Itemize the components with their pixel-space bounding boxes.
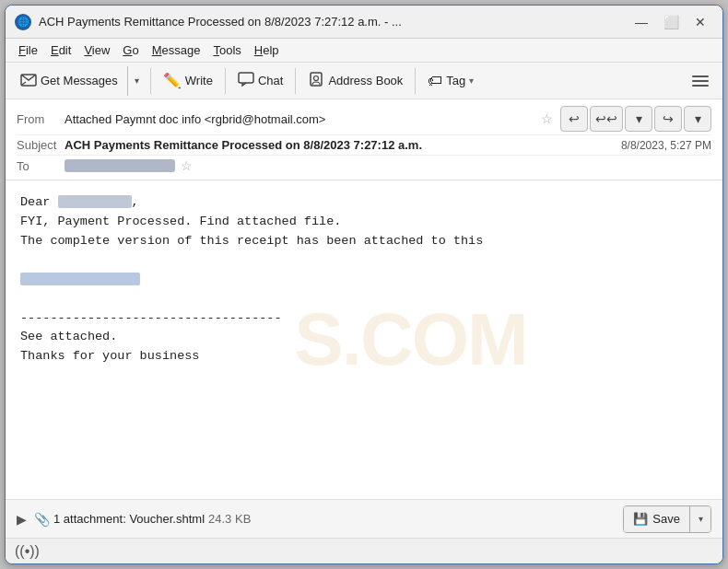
chat-label: Chat (258, 74, 283, 87)
from-value: Attached Paymnt doc info <rgbrid@hotmail… (65, 112, 535, 126)
save-button-group: 💾 Save ▾ (623, 505, 711, 533)
email-body: S.COM Dear , FYI, Payment Processed. Fin… (6, 180, 722, 499)
ham-line-1 (692, 75, 709, 77)
divider-3 (295, 68, 296, 94)
from-star-icon[interactable]: ☆ (541, 111, 553, 126)
divider-2 (225, 68, 226, 94)
write-icon: ✏️ (163, 72, 182, 89)
tag-dropdown-icon: ▾ (469, 75, 474, 86)
paperclip-icon: 📎 (34, 512, 50, 527)
dropdown-nav-button[interactable]: ▾ (625, 106, 652, 132)
subject-value: ACH Payments Remittance Processed on 8/8… (65, 138, 614, 152)
tag-label: Tag (446, 74, 465, 87)
menu-message[interactable]: Message (147, 41, 206, 59)
email-header: From Attached Paymnt doc info <rgbrid@ho… (6, 99, 722, 180)
address-book-icon (308, 72, 324, 90)
address-book-button[interactable]: Address Book (300, 66, 410, 96)
body-line5: Thanks for your business (20, 347, 708, 366)
from-label: From (17, 112, 65, 126)
email-date: 8/8/2023, 5:27 PM (621, 139, 711, 152)
attachment-text: 1 attachment: Voucher.shtml (53, 512, 205, 526)
close-button[interactable]: ✕ (687, 12, 713, 32)
divider-4 (415, 68, 416, 94)
body-line4: See attached. (20, 328, 708, 347)
from-row: From Attached Paymnt doc info <rgbrid@ho… (17, 103, 711, 135)
more-nav-button[interactable]: ▾ (684, 106, 711, 132)
app-icon: 🌐 (15, 14, 31, 30)
attachment-size: 24.3 KB (208, 512, 251, 526)
get-messages-dropdown[interactable]: ▾ (127, 66, 146, 96)
to-value-blurred (65, 159, 175, 172)
ham-line-2 (692, 80, 709, 82)
reply-button[interactable]: ↩ (560, 106, 588, 132)
toolbar: Get Messages ▾ ✏️ Write Chat (6, 63, 722, 99)
ham-line-3 (692, 85, 709, 87)
get-messages-label: Get Messages (41, 74, 118, 87)
chat-icon (238, 72, 254, 90)
save-icon: 💾 (633, 512, 648, 526)
recipient-name-blurred (58, 195, 132, 208)
forward-button[interactable]: ↪ (654, 106, 682, 132)
menu-edit[interactable]: Edit (45, 41, 76, 59)
status-icon: ((•)) (15, 543, 40, 560)
to-label: To (17, 159, 65, 173)
menu-go[interactable]: Go (117, 41, 144, 59)
body-blurred-block (20, 271, 708, 290)
address-book-label: Address Book (328, 74, 403, 87)
hamburger-menu-button[interactable] (686, 66, 715, 96)
attachment-expand-icon[interactable]: ▶ (17, 512, 27, 527)
title-bar: 🌐 ACH Payments Remittance Processed on 8… (6, 6, 722, 39)
restore-button[interactable]: ⬜ (658, 12, 684, 32)
tag-icon: 🏷 (428, 73, 442, 89)
menu-help[interactable]: Help (249, 41, 285, 59)
attachment-bar: ▶ 📎 1 attachment: Voucher.shtml 24.3 KB … (6, 499, 722, 538)
status-bar: ((•)) (6, 538, 722, 563)
save-label: Save (652, 512, 680, 526)
reply-all-button[interactable]: ↩↩ (590, 106, 623, 132)
dear-text: Dear (20, 195, 50, 209)
menu-bar: File Edit View Go Message Tools Help (6, 39, 722, 63)
svg-point-4 (314, 75, 319, 80)
body-line1: Dear , (20, 193, 708, 213)
body-separator: ----------------------------------- (20, 309, 708, 329)
window-title: ACH Payments Remittance Processed on 8/8… (39, 15, 628, 29)
window-controls: — ⬜ ✕ (628, 12, 713, 32)
divider-1 (150, 68, 151, 94)
subject-label: Subject (17, 138, 65, 152)
body-line2: FYI, Payment Processed. Find attached fi… (20, 213, 708, 232)
chat-button[interactable]: Chat (230, 66, 290, 96)
email-window: 🌐 ACH Payments Remittance Processed on 8… (5, 5, 723, 564)
to-row: To ☆ (17, 156, 711, 176)
menu-file[interactable]: File (13, 41, 43, 59)
write-button[interactable]: ✏️ Write (156, 66, 220, 96)
menu-tools[interactable]: Tools (207, 41, 246, 59)
blurred-link (20, 273, 140, 285)
tag-button[interactable]: 🏷 Tag ▾ (420, 66, 481, 96)
get-messages-icon (20, 72, 37, 90)
menu-view[interactable]: View (78, 41, 115, 59)
save-dropdown-button[interactable]: ▾ (690, 506, 710, 532)
nav-buttons: ↩ ↩↩ ▾ ↪ ▾ (560, 106, 711, 132)
save-button[interactable]: 💾 Save (624, 506, 690, 532)
svg-line-1 (22, 82, 26, 85)
write-label: Write (185, 74, 213, 87)
body-line3: The complete version of this receipt has… (20, 232, 708, 251)
svg-rect-2 (239, 73, 253, 83)
get-messages-button[interactable]: Get Messages (13, 66, 125, 96)
minimize-button[interactable]: — (628, 12, 654, 32)
subject-row: Subject ACH Payments Remittance Processe… (17, 135, 711, 156)
to-star-icon[interactable]: ☆ (181, 158, 193, 173)
